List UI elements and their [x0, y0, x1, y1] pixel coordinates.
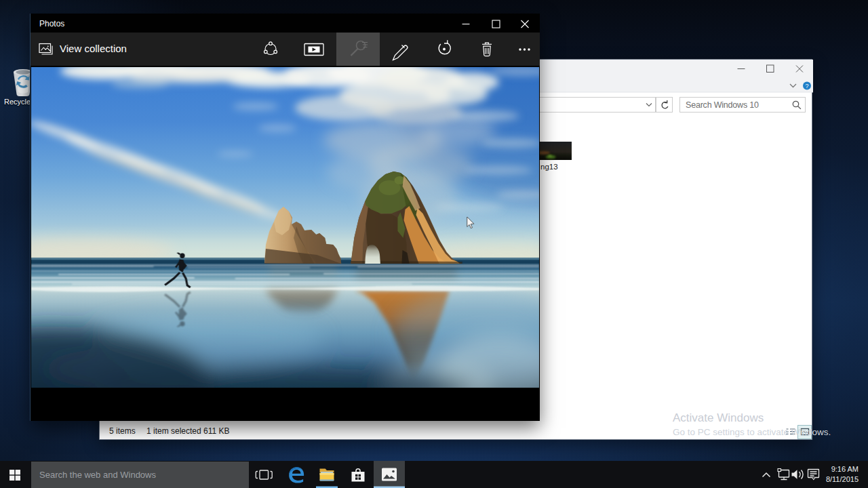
svg-text:5 items: 5 items — [109, 426, 136, 436]
svg-text:1 item selected 611 KB: 1 item selected 611 KB — [146, 426, 230, 436]
svg-text:ng13: ng13 — [540, 163, 558, 171]
svg-text:?: ? — [805, 83, 808, 89]
svg-text:View collection: View collection — [60, 43, 127, 54]
svg-text:Search Windows 10: Search Windows 10 — [686, 100, 759, 110]
